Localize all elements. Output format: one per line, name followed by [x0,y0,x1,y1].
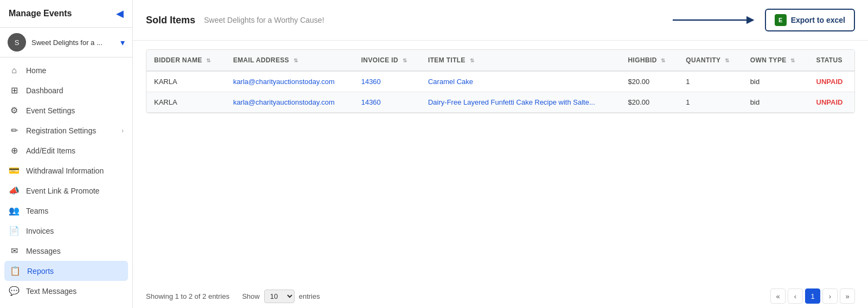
cell-own-type: bid [743,71,809,92]
page-title: Sold Items [146,15,195,26]
col-status: STATUS [809,50,854,71]
sidebar-item-event-link-promote[interactable]: 📣 Event Link & Promote [0,181,132,201]
sidebar-item-text-messages[interactable]: 💬 Text Messages [0,281,132,301]
back-icon[interactable]: ◀ [116,8,124,20]
sort-icon[interactable]: ⇅ [661,57,665,63]
sidebar-item-label: Add/Edit Items [26,146,124,155]
arrow-graphic [673,12,760,28]
sort-icon[interactable]: ⇅ [725,57,729,63]
megaphone-icon: 📣 [9,185,20,196]
cell-quantity: 1 [678,71,743,92]
sidebar-item-registration-settings[interactable]: ✏ Registration Settings › [0,120,132,140]
show-label: Show [242,292,260,300]
sidebar-item-label: Messages [26,247,124,255]
card-icon: 💳 [9,165,20,176]
cell-bidder-name: KARLA [146,71,226,92]
sidebar-header: Manage Events ◀ [0,0,132,28]
cell-highbid: $20.00 [621,71,679,92]
app-title: Manage Events [9,9,72,18]
cell-status: UNPAID [809,92,854,113]
invoice-link[interactable]: 14360 [361,78,381,86]
avatar: S [8,33,26,52]
main-header: Sold Items Sweet Delights for a Worthy C… [133,0,868,41]
sort-icon[interactable]: ⇅ [403,57,407,63]
sidebar-item-dashboard[interactable]: ⊞ Dashboard [0,80,132,100]
cell-item-title: Caramel Cake [420,71,621,92]
chat-icon: 💬 [9,286,20,296]
entries-label: entries [299,292,320,300]
sort-icon[interactable]: ⇅ [293,57,298,63]
sidebar-item-label: Teams [26,207,124,215]
col-email-address: EMAIL ADDRESS ⇅ [226,50,354,71]
sidebar-item-label: Event Link & Promote [26,187,124,195]
status-badge: UNPAID [816,98,843,106]
cell-status: UNPAID [809,71,854,92]
cell-item-title: Dairy-Free Layered Funfetti Cake Recipe … [420,92,621,113]
sidebar-item-messages[interactable]: ✉ Messages [0,241,132,261]
chevron-down-icon[interactable]: ▾ [120,37,125,48]
event-selector[interactable]: S Sweet Delights for a ... ▾ [0,28,132,57]
gear-icon: ⚙ [9,105,20,116]
pencil-icon: ✏ [9,125,20,136]
table-wrapper: BIDDER NAME ⇅ EMAIL ADDRESS ⇅ INVOICE ID… [146,49,855,113]
per-page-select[interactable]: 10 25 50 100 [264,290,295,303]
item-link[interactable]: Dairy-Free Layered Funfetti Cake Recipe … [428,98,595,106]
sort-icon[interactable]: ⇅ [790,57,795,63]
col-highbid: HIGHBID ⇅ [621,50,679,71]
prev-prev-page-button[interactable]: « [770,288,786,304]
sidebar-item-reports[interactable]: 📋 Reports [4,261,128,281]
export-arrow [673,12,760,28]
table-row: KARLA karla@charityauctionstoday.com 143… [146,71,854,92]
email-link[interactable]: karla@charityauctionstoday.com [233,78,335,86]
sidebar-item-home[interactable]: ⌂ Home [0,61,132,80]
page-1-button[interactable]: 1 [805,288,820,304]
dashboard-icon: ⊞ [9,85,20,95]
sidebar-item-event-settings[interactable]: ⚙ Event Settings [0,100,132,120]
pagination: « ‹ 1 › » [770,288,855,304]
sidebar-item-withdrawal-information[interactable]: 💳 Withdrawal Information [0,161,132,181]
col-invoice-id: INVOICE ID ⇅ [354,50,420,71]
cell-bidder-name: KARLA [146,92,226,113]
sidebar-item-label: Text Messages [26,287,124,296]
sidebar-item-label: Event Settings [26,106,124,115]
table-header-row: BIDDER NAME ⇅ EMAIL ADDRESS ⇅ INVOICE ID… [146,50,854,71]
status-badge: UNPAID [816,78,843,86]
reports-icon: 📋 [10,266,21,276]
item-link[interactable]: Caramel Cake [428,78,473,86]
sidebar-item-label: Registration Settings [26,126,115,135]
next-next-page-button[interactable]: » [840,288,855,304]
col-own-type: OWN TYPE ⇅ [743,50,809,71]
chevron-right-icon: › [122,127,124,134]
col-bidder-name: BIDDER NAME ⇅ [146,50,226,71]
table-row: KARLA karla@charityauctionstoday.com 143… [146,92,854,113]
export-to-excel-button[interactable]: E Export to excel [765,9,855,31]
sidebar-item-add-edit-items[interactable]: ⊕ Add/Edit Items [0,140,132,161]
home-icon: ⌂ [9,66,20,75]
sidebar-item-label: Withdrawal Information [26,166,124,175]
email-link[interactable]: karla@charityauctionstoday.com [233,98,335,106]
sidebar-item-teams[interactable]: 👥 Teams [0,201,132,221]
cell-email: karla@charityauctionstoday.com [226,92,354,113]
sidebar-nav: ⌂ Home ⊞ Dashboard ⚙ Event Settings ✏ Re… [0,57,132,308]
next-page-button[interactable]: › [822,288,838,304]
teams-icon: 👥 [9,206,20,216]
page-subtitle: Sweet Delights for a Worthy Cause! [204,16,324,24]
invoice-link[interactable]: 14360 [361,98,381,106]
sidebar-item-label: Home [26,66,124,75]
sidebar-item-label: Reports [27,267,123,275]
table-container: BIDDER NAME ⇅ EMAIL ADDRESS ⇅ INVOICE ID… [133,41,868,281]
sort-icon[interactable]: ⇅ [470,57,474,63]
prev-page-button[interactable]: ‹ [788,288,803,304]
invoice-icon: 📄 [9,226,20,236]
col-quantity: QUANTITY ⇅ [678,50,743,71]
event-name: Sweet Delights for a ... [31,39,115,47]
mail-icon: ✉ [9,246,20,256]
sidebar: Manage Events ◀ S Sweet Delights for a .… [0,0,133,308]
cell-own-type: bid [743,92,809,113]
cell-quantity: 1 [678,92,743,113]
cell-email: karla@charityauctionstoday.com [226,71,354,92]
sold-items-table: BIDDER NAME ⇅ EMAIL ADDRESS ⇅ INVOICE ID… [146,50,854,113]
sidebar-item-invoices[interactable]: 📄 Invoices [0,221,132,241]
main-content: Sold Items Sweet Delights for a Worthy C… [133,0,868,308]
sort-icon[interactable]: ⇅ [206,57,210,63]
